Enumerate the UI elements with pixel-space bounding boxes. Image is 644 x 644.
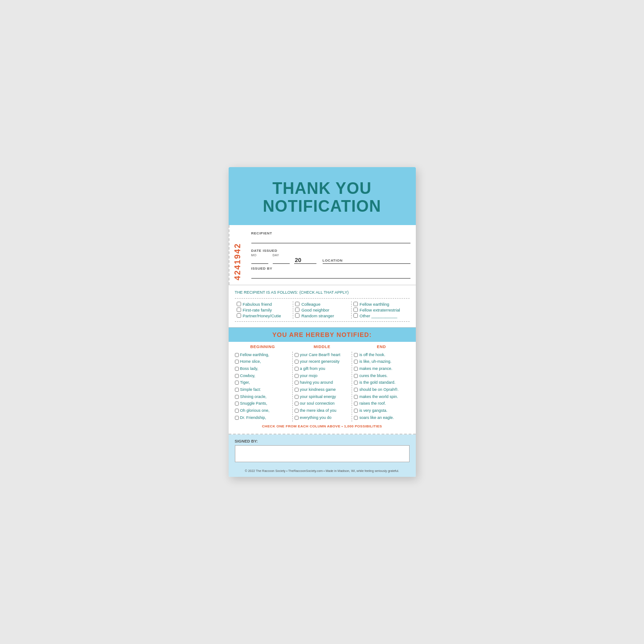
list-item[interactable]: is like, uh-mazing. [354,358,409,365]
checkbox-middle-5[interactable] [295,388,299,392]
checkbox-beginning-9[interactable] [235,416,239,420]
recipient-item-other[interactable]: Other ___________ [352,313,410,319]
table-headers: BEGINNING MIDDLE END [233,345,411,349]
list-item[interactable]: your mojo [295,373,350,380]
checkbox-beginning-7[interactable] [235,402,239,406]
middle-col: your Care Bear® heart your recent genero… [292,352,352,422]
day-field[interactable] [273,257,290,264]
checkbox-end-8[interactable] [354,409,358,413]
checkbox-end-9[interactable] [354,416,358,420]
recipient-item-fabulous[interactable]: Fabulous friend [235,301,293,307]
list-item[interactable]: is off the hook. [354,352,409,359]
year-field[interactable]: 20 [294,257,316,264]
list-item[interactable]: makes me prance. [354,365,409,373]
recipient-item-partner[interactable]: Partner/Honey/Cutie [235,313,293,319]
checkbox-middle-1[interactable] [295,360,299,364]
list-item[interactable]: should be on Oprah®. [354,386,409,394]
list-item[interactable]: your spiritual energy [295,394,350,401]
recipient-item-family[interactable]: First-rate family [235,307,293,313]
checkbox-stranger[interactable] [295,313,299,318]
mo-field[interactable] [251,257,268,264]
notified-text: YOU ARE HEREBY NOTIFIED: [235,331,410,338]
table-section: BEGINNING MIDDLE END Fellow earthling, H… [229,342,416,435]
checkbox-earthling[interactable] [353,302,358,306]
list-item[interactable]: Fellow earthling, [235,352,291,359]
recipient-checkbox-grid: Fabulous friend First-rate family Partne… [235,298,410,322]
checkbox-middle-7[interactable] [295,402,299,406]
checkbox-middle-4[interactable] [295,381,299,385]
recipient-col3: Fellow earthling Fellow extraterrestrial… [351,301,410,319]
checkbox-beginning-6[interactable] [235,395,239,399]
checkbox-beginning-5[interactable] [235,388,239,392]
recipient-label: RECIPIENT [251,231,410,235]
recipient-item-earthling[interactable]: Fellow earthling [352,301,410,307]
list-item[interactable]: makes the world spin. [354,394,409,401]
checkbox-colleague[interactable] [295,302,299,306]
list-item[interactable]: our soul connection [295,400,350,407]
checkbox-end-5[interactable] [354,388,358,392]
checkbox-end-0[interactable] [354,353,358,357]
checkbox-other[interactable] [353,313,358,318]
checkbox-neighbor[interactable] [295,308,299,312]
list-item[interactable]: your kindness game [295,386,350,394]
checkbox-beginning-1[interactable] [235,360,239,364]
beginning-col: Fellow earthling, Home slice, Boss lady,… [233,352,292,422]
checkbox-end-6[interactable] [354,395,358,399]
recipient-field[interactable] [251,236,410,243]
list-item[interactable]: is very gangsta. [354,407,409,414]
table-rows: Fellow earthling, Home slice, Boss lady,… [233,352,411,422]
checkbox-partner[interactable] [237,313,241,318]
list-item[interactable]: a gift from you [295,365,350,373]
checkbox-end-1[interactable] [354,360,358,364]
list-item[interactable]: Oh glorious one, [235,407,291,414]
checkbox-beginning-3[interactable] [235,374,239,378]
day-label: DAY [273,254,292,257]
checkbox-end-4[interactable] [354,381,358,385]
card-title: THANK YOU NOTIFICATION [238,180,407,215]
list-item[interactable]: having you around [295,379,350,386]
checkbox-beginning-2[interactable] [235,367,239,371]
checkbox-middle-3[interactable] [295,374,299,378]
checkbox-beginning-4[interactable] [235,381,239,385]
checkbox-middle-9[interactable] [295,416,299,420]
list-item[interactable]: Tiger, [235,379,291,386]
checkbox-family[interactable] [237,308,241,312]
list-item[interactable]: Boss lady, [235,365,291,373]
recipient-item-colleague[interactable]: Colleague [293,301,351,307]
list-item[interactable]: everything you do [295,414,350,422]
list-item[interactable]: Simple fact: [235,386,291,394]
checkbox-middle-8[interactable] [295,409,299,413]
location-label: LOCATION [323,258,410,263]
list-item[interactable]: your recent generosity [295,358,350,365]
checkbox-extraterrestrial[interactable] [353,308,358,312]
list-item[interactable]: Snuggle Pants, [235,400,291,407]
checkbox-end-2[interactable] [354,367,358,371]
list-item[interactable]: is the gold standard. [354,379,409,386]
issued-by-field[interactable] [251,271,410,279]
list-item[interactable]: soars like an eagle. [354,414,409,422]
list-item[interactable]: Home slice, [235,358,291,365]
list-item[interactable]: the mere idea of you [295,407,350,414]
checkbox-beginning-0[interactable] [235,353,239,357]
recipient-item-extraterrestrial[interactable]: Fellow extraterrestrial [352,307,410,313]
list-item[interactable]: Shining oracle, [235,394,291,401]
list-item[interactable]: cures the blues. [354,373,409,380]
list-item[interactable]: your Care Bear® heart [295,352,350,359]
checkbox-end-7[interactable] [354,402,358,406]
end-header: END [352,345,411,349]
checkbox-middle-2[interactable] [295,367,299,371]
list-item[interactable]: Dr. Friendship, [235,414,291,422]
checkbox-end-3[interactable] [354,374,358,378]
checkbox-middle-0[interactable] [295,353,299,357]
checkbox-beginning-8[interactable] [235,409,239,413]
list-item[interactable]: raises the roof. [354,400,409,407]
mo-label: MO [251,254,271,257]
recipient-item-neighbor[interactable]: Good neighbor [293,307,351,313]
list-item[interactable]: Cowboy, [235,373,291,380]
checkbox-fabulous-friend[interactable] [237,302,241,306]
recipient-item-stranger[interactable]: Random stranger [293,313,351,319]
location-field[interactable] [323,263,410,264]
checkbox-middle-6[interactable] [295,395,299,399]
signed-by-field[interactable] [235,445,410,462]
signed-section: SIGNED BY: [229,435,416,468]
